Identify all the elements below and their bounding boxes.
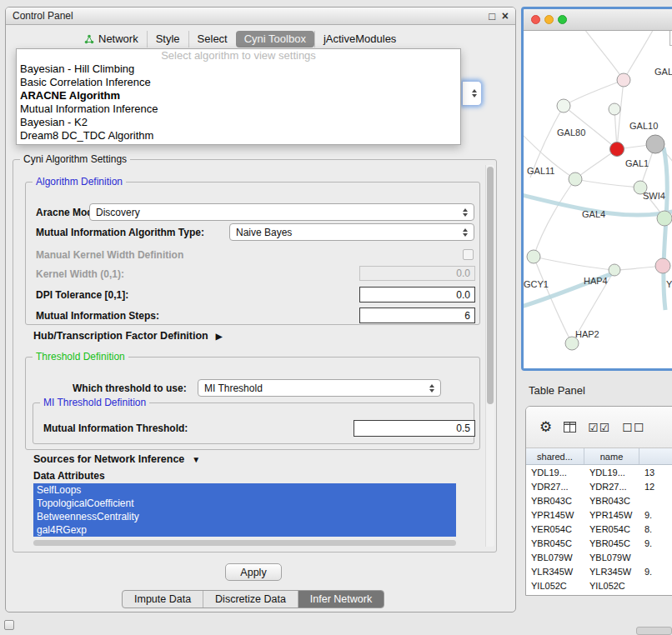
algorithm-option[interactable]: Dream8 DC_TDC Algorithm xyxy=(17,129,460,142)
tab-select[interactable]: Select xyxy=(188,31,236,48)
mi-steps-input[interactable]: 6 xyxy=(359,308,475,323)
group-title: Cyni Algorithm Settings xyxy=(20,153,130,165)
attribute-item-selected[interactable]: BetweennessCentrality xyxy=(33,510,456,523)
combo-value: MI Threshold xyxy=(204,382,424,394)
attribute-item-selected[interactable]: SelfLoops xyxy=(33,483,456,497)
tab-label: Cyni Toolbox xyxy=(244,32,306,46)
network-node[interactable] xyxy=(617,73,630,87)
cell: 13 xyxy=(639,468,672,478)
manual-kernel-checkbox[interactable] xyxy=(463,249,474,260)
algorithm-select-button[interactable] xyxy=(462,81,482,106)
attributes-horizontal-scrollbar[interactable] xyxy=(33,540,456,546)
algorithm-option-selected[interactable]: ARACNE Algorithm xyxy=(17,89,460,102)
mi-threshold-input[interactable]: 0.5 xyxy=(354,420,475,437)
network-node[interactable] xyxy=(657,211,672,226)
gear-icon[interactable]: ⚙ xyxy=(539,420,552,434)
table-row[interactable]: YBL079W YBL079W xyxy=(526,550,672,564)
column-header-clipped[interactable] xyxy=(639,448,672,464)
minimize-traffic-light[interactable] xyxy=(544,15,554,24)
tab-impute-data[interactable]: Impute Data xyxy=(123,591,203,608)
network-node[interactable] xyxy=(527,250,540,263)
attribute-item-selected[interactable]: gal4RGexp xyxy=(33,523,456,537)
collapsed-arrow-icon: ▶ xyxy=(216,332,223,341)
dpi-tolerance-input[interactable]: 0.0 xyxy=(359,287,475,302)
tab-discretize-data[interactable]: Discretize Data xyxy=(203,591,298,608)
table-row[interactable]: YBR043C YBR043C xyxy=(526,493,672,508)
select-all-columns-icon[interactable]: ☑☑ xyxy=(588,422,610,433)
data-attributes-list: SelfLoops TopologicalCoefficient Between… xyxy=(33,483,456,537)
column-header-name[interactable]: name xyxy=(584,448,639,464)
cell: YIL052C xyxy=(584,581,639,591)
table-row[interactable]: YDL19... YDL19... 13 xyxy=(526,465,672,479)
algorithm-option[interactable]: Bayesian - K2 xyxy=(17,116,460,129)
dropdown-placeholder: Select algorithm to view settings xyxy=(17,49,460,62)
combo-value: Naive Bayes xyxy=(236,227,458,238)
unselect-all-columns-icon[interactable]: ☐☐ xyxy=(622,422,644,433)
attribute-item-selected[interactable]: TopologicalCoefficient xyxy=(33,497,456,510)
cell: YER054C xyxy=(526,524,584,534)
cell: YBR045C xyxy=(526,538,584,548)
network-node[interactable] xyxy=(655,258,670,273)
apply-button[interactable]: Apply xyxy=(225,563,282,581)
group-title: Algorithm Definition xyxy=(33,176,126,188)
horizontal-scrollbar-stub[interactable] xyxy=(636,627,672,635)
tab-network[interactable]: Network xyxy=(76,31,147,48)
network-node[interactable] xyxy=(557,99,570,112)
cell: YBR043C xyxy=(526,496,584,506)
network-node[interactable] xyxy=(609,264,620,276)
kernel-width-input[interactable]: 0.0 xyxy=(359,266,475,281)
cell: YDL19... xyxy=(526,468,584,478)
control-panel-window: Control Panel □ × Network Style Select C… xyxy=(5,7,516,612)
cell: YDL19... xyxy=(584,468,639,478)
threshold-definition-group: Threshold Definition Which threshold to … xyxy=(25,357,480,450)
algorithm-option[interactable]: Basic Correlation Inference xyxy=(17,76,460,89)
tab-label: Select xyxy=(198,32,228,46)
mi-type-select[interactable]: Naive Bayes xyxy=(229,223,474,241)
which-threshold-select[interactable]: MI Threshold xyxy=(198,379,441,397)
table-row[interactable]: YPR145W YPR145W 9. xyxy=(526,508,672,522)
cell: YDR27... xyxy=(584,482,639,492)
mi-threshold-group: MI Threshold Definition Mutual Informati… xyxy=(33,402,474,444)
close-traffic-light[interactable] xyxy=(531,15,540,24)
column-header-shared-name[interactable]: shared... xyxy=(526,448,584,464)
table-row[interactable]: YER054C YER054C 8. xyxy=(526,522,672,536)
network-node[interactable] xyxy=(646,135,664,153)
network-window-titlebar[interactable] xyxy=(524,9,672,31)
dropdown-arrows-icon xyxy=(429,384,434,392)
algorithm-option[interactable]: Bayesian - Hill Climbing xyxy=(17,62,460,76)
table-toolbar: ⚙ ☑☑ ☐☐ xyxy=(526,407,672,448)
tab-cyni-toolbox[interactable]: Cyni Toolbox xyxy=(236,31,314,48)
network-node[interactable] xyxy=(569,172,582,186)
scrollbar-thumb[interactable] xyxy=(487,167,494,404)
cell: 9. xyxy=(639,538,672,548)
table-row[interactable]: YIL052C YIL052C xyxy=(526,578,672,592)
algorithm-option[interactable]: Mutual Information Inference xyxy=(17,102,460,116)
network-graph[interactable]: GAL7 GAL80 GAL10 GAL11 GAL1 SWI4 GAL4 GC… xyxy=(524,31,672,368)
table-row[interactable]: YBR045C YBR045C 9. xyxy=(526,536,672,550)
dropdown-arrows-icon xyxy=(472,89,477,98)
hub-section-toggle[interactable]: Hub/Transcription Factor Definition▶ xyxy=(33,330,222,342)
combo-value: Discovery xyxy=(96,207,458,218)
node-label: GAL1 xyxy=(625,158,649,168)
sources-section-toggle[interactable]: Sources for Network Inference▼ xyxy=(33,453,200,465)
float-window-icon[interactable]: □ xyxy=(489,8,495,25)
close-icon[interactable]: × xyxy=(502,8,509,25)
network-canvas[interactable]: GAL7 GAL80 GAL10 GAL11 GAL1 SWI4 GAL4 GC… xyxy=(524,31,672,368)
table-row[interactable]: YDR27... YDR27... 12 xyxy=(526,479,672,493)
tab-jactivemodules[interactable]: jActiveModules xyxy=(314,31,404,48)
table-row[interactable]: YLR345W YLR345W 9. xyxy=(526,564,672,578)
window-title: Control Panel xyxy=(6,10,73,22)
node-label: SWI4 xyxy=(643,191,665,201)
collapsed-panel-icon[interactable] xyxy=(4,620,14,630)
control-panel-titlebar[interactable]: Control Panel □ × xyxy=(6,8,515,25)
network-node[interactable] xyxy=(610,142,624,157)
network-node[interactable] xyxy=(609,103,620,115)
table-panel-title: Table Panel xyxy=(529,384,585,397)
mi-threshold-label: Mutual Information Threshold: xyxy=(43,422,188,434)
settings-vertical-scrollbar[interactable] xyxy=(485,165,494,547)
tab-style[interactable]: Style xyxy=(147,31,188,48)
tab-infer-network[interactable]: Infer Network xyxy=(298,591,384,608)
zoom-traffic-light[interactable] xyxy=(558,15,567,24)
show-columns-icon[interactable] xyxy=(564,422,576,432)
aracne-mode-select[interactable]: Discovery xyxy=(89,203,474,221)
